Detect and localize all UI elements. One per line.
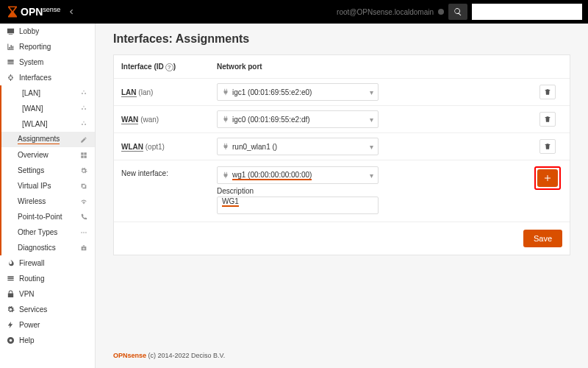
medkit-icon	[80, 244, 89, 252]
help-icon[interactable]: ?	[165, 63, 173, 71]
nav-help[interactable]: Help	[0, 333, 95, 348]
nav-system[interactable]: System	[0, 54, 95, 70]
clone-icon	[80, 183, 89, 190]
table-row: WAN (wan) igc0 (00:01:69:55:e2:df)▾	[114, 106, 570, 133]
nav-reporting[interactable]: Reporting	[0, 39, 95, 54]
new-interface-label: New interface:	[121, 166, 217, 177]
nav-wireless[interactable]: Wireless	[1, 194, 95, 209]
nav-virtual-ips[interactable]: Virtual IPs	[1, 178, 95, 194]
grid-icon	[80, 152, 89, 159]
sitemap-icon	[6, 74, 15, 82]
trash-icon	[544, 116, 551, 123]
description-label: Description	[217, 187, 533, 195]
interface-link[interactable]: WAN	[121, 116, 138, 124]
nav-power[interactable]: Power	[0, 317, 95, 333]
search-icon	[453, 7, 462, 16]
save-button[interactable]: Save	[523, 230, 562, 247]
brand-sense: sense	[43, 6, 60, 13]
add-highlight	[534, 166, 561, 190]
sidebar: Lobby Reporting System Interfaces [LAN] …	[0, 24, 96, 368]
search-button[interactable]	[448, 4, 467, 20]
page-footer: OPNsense (c) 2014-2022 Deciso B.V.	[113, 330, 570, 359]
pencil-icon	[80, 136, 89, 144]
footer-brand[interactable]: OPNsense	[113, 352, 146, 359]
brand-opn: OPN	[21, 6, 43, 18]
delete-button[interactable]	[539, 112, 556, 127]
bolt-icon	[6, 321, 15, 330]
hostname-label[interactable]: root@OPNsense.localdomain	[337, 8, 434, 16]
chevron-left-icon	[68, 8, 75, 15]
nav-services[interactable]: Services	[0, 302, 95, 317]
chart-icon	[6, 43, 15, 52]
page-title: Interfaces: Assignments	[113, 32, 570, 46]
port-select[interactable]: igc1 (00:01:69:55:e2:e0)▾	[217, 83, 379, 101]
new-port-select[interactable]: wg1 (00:00:00:00:00:00)▾	[217, 166, 379, 184]
assignments-table: Interface (ID?) Network port LAN (lan) i…	[113, 54, 570, 255]
search-input[interactable]	[472, 4, 582, 20]
trash-icon	[544, 88, 551, 96]
sitemap-icon	[80, 121, 89, 128]
nav-diagnostics[interactable]: Diagnostics	[1, 240, 95, 255]
plug-icon	[222, 116, 229, 123]
nav-wlan[interactable]: [WLAN]	[1, 116, 95, 132]
nav-interfaces[interactable]: Interfaces	[0, 70, 95, 85]
add-button[interactable]	[537, 169, 558, 187]
nav-wan[interactable]: [WAN]	[1, 101, 95, 116]
ellipsis-icon	[80, 229, 89, 236]
nav-assignments[interactable]: Assignments	[1, 132, 95, 147]
table-row: LAN (lan) igc1 (00:01:69:55:e2:e0)▾	[114, 79, 570, 106]
nav-lobby[interactable]: Lobby	[0, 24, 95, 39]
brand-logo[interactable]: OPNsense	[6, 4, 60, 19]
hourglass-icon	[6, 4, 19, 19]
nav-ptp[interactable]: Point-to-Point	[1, 209, 95, 224]
lock-icon	[6, 290, 15, 299]
nav-firewall[interactable]: Firewall	[0, 255, 95, 271]
top-header: OPNsense root@OPNsense.localdomain	[0, 0, 588, 24]
life-ring-icon	[6, 336, 15, 345]
collapse-sidebar-button[interactable]	[68, 8, 75, 15]
fire-icon	[6, 259, 15, 268]
caret-down-icon: ▾	[370, 171, 373, 180]
nav-routing[interactable]: Routing	[0, 271, 95, 286]
table-row: WLAN (opt1) run0_wlan1 ()▾	[114, 133, 570, 160]
tv-icon	[6, 27, 15, 36]
wifi-icon	[80, 198, 89, 205]
col-header-interface: Interface (ID?)	[121, 63, 217, 71]
port-select[interactable]: run0_wlan1 ()▾	[217, 138, 379, 155]
delete-button[interactable]	[539, 139, 556, 154]
route-icon	[6, 275, 15, 283]
trash-icon	[544, 143, 551, 150]
interface-link[interactable]: LAN	[121, 88, 137, 97]
layers-icon	[6, 58, 15, 67]
plug-icon	[222, 143, 229, 150]
caret-down-icon: ▾	[370, 88, 373, 96]
gear-icon	[6, 305, 15, 314]
delete-button[interactable]	[539, 85, 556, 99]
caret-down-icon: ▾	[370, 116, 373, 124]
gears-icon	[80, 167, 89, 174]
col-header-port: Network port	[217, 63, 533, 71]
nav-vpn[interactable]: VPN	[0, 286, 95, 302]
plus-icon	[543, 174, 552, 183]
main-content: Interfaces: Assignments Interface (ID?) …	[96, 24, 588, 368]
nav-other[interactable]: Other Types	[1, 224, 95, 240]
plug-icon	[222, 88, 229, 96]
new-interface-row: New interface: wg1 (00:00:00:00:00:00)▾ …	[114, 160, 570, 222]
sitemap-icon	[80, 90, 89, 97]
nav-overview[interactable]: Overview	[1, 147, 95, 163]
table-header: Interface (ID?) Network port	[114, 55, 570, 79]
nav-lan[interactable]: [LAN]	[1, 85, 95, 101]
nav-interfaces-children: [LAN] [WAN] [WLAN] Assignments Overview …	[0, 85, 95, 255]
description-input[interactable]: WG1	[217, 197, 379, 214]
sitemap-icon	[80, 105, 89, 113]
port-select[interactable]: igc0 (00:01:69:55:e2:df)▾	[217, 110, 379, 128]
interface-link[interactable]: WLAN	[121, 143, 143, 152]
nav-settings[interactable]: Settings	[1, 163, 95, 178]
phone-icon	[80, 213, 89, 221]
plug-icon	[222, 171, 229, 179]
status-dot-icon[interactable]	[438, 9, 444, 15]
caret-down-icon: ▾	[370, 143, 373, 151]
